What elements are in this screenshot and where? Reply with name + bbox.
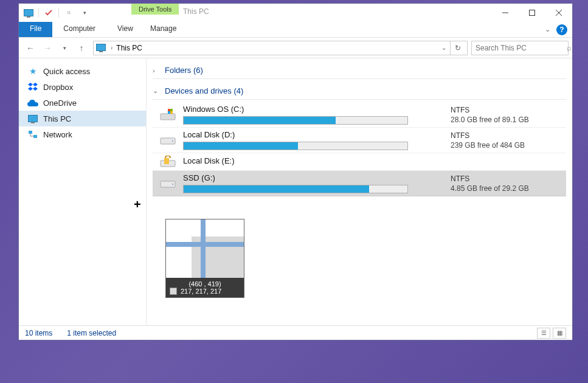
- chevron-down-icon: ⌄: [153, 87, 161, 95]
- status-items-count: 10 items: [25, 329, 52, 337]
- sidebar-item-label: OneDrive: [43, 98, 77, 108]
- svg-point-16: [172, 184, 173, 185]
- drive-freespace: 4.85 GB free of 29.2 GB: [451, 184, 566, 193]
- search-input[interactable]: [476, 44, 567, 52]
- svg-rect-10: [170, 111, 173, 114]
- qat-dropdown-icon[interactable]: ▾: [78, 7, 91, 18]
- address-dropdown-icon[interactable]: ⌄: [438, 44, 450, 51]
- manage-tab[interactable]: Manage: [139, 22, 187, 35]
- color-swatch: [170, 288, 177, 295]
- color-picker-tooltip: (460 , 419) 217, 217, 217: [165, 219, 244, 298]
- sidebar-item-label: Dropbox: [43, 83, 73, 92]
- chevron-down-icon[interactable]: ⌄: [545, 26, 550, 33]
- sidebar-item-label: Network: [43, 130, 72, 139]
- address-text: This PC: [116, 44, 438, 52]
- sidebar-item-quickaccess[interactable]: ★ Quick access: [19, 63, 146, 79]
- thispc-icon: [96, 44, 107, 52]
- sidebar-item-dropbox[interactable]: Dropbox: [19, 79, 146, 95]
- sidebar-item-label: This PC: [43, 114, 71, 123]
- minimize-button[interactable]: [492, 4, 519, 22]
- svg-rect-9: [168, 111, 170, 114]
- explorer-window: ▫ ▾ Drive Tools This PC File Computer Vi…: [18, 3, 573, 340]
- sidebar-item-onedrive[interactable]: OneDrive: [19, 95, 146, 111]
- quick-access-toolbar: ▫ ▾: [19, 4, 94, 22]
- zoom-preview: [166, 219, 244, 278]
- body: ★ Quick access Dropbox OneDrive This PC: [19, 58, 572, 325]
- sidebar-item-thispc[interactable]: This PC: [19, 111, 146, 126]
- windows-drive-icon: [153, 109, 183, 121]
- recent-dropdown[interactable]: ▾: [57, 40, 72, 56]
- separator: [38, 8, 39, 18]
- star-icon: ★: [27, 66, 38, 76]
- address-bar[interactable]: › This PC ⌄ ↻: [93, 41, 468, 55]
- drive-name: Windows OS (C:): [183, 105, 444, 114]
- drive-name: Local Disk (D:): [183, 130, 444, 139]
- ribbon: File Computer View Manage ⌄ ?: [19, 22, 572, 38]
- drives-section-header[interactable]: ⌄ Devices and drives (4): [153, 83, 566, 100]
- forward-button[interactable]: →: [40, 40, 55, 56]
- details-view-button[interactable]: ☰: [537, 328, 550, 339]
- locked-drive-icon: [153, 156, 183, 168]
- sidebar-item-label: Quick access: [43, 67, 90, 76]
- svg-point-12: [172, 140, 173, 142]
- onedrive-icon: [27, 98, 38, 108]
- refresh-button[interactable]: ↻: [450, 41, 465, 55]
- dropbox-icon: [27, 82, 38, 92]
- drive-freespace: 28.0 GB free of 89.1 GB: [451, 116, 566, 124]
- folders-section-header[interactable]: › Folders (6): [153, 62, 566, 79]
- thispc-icon: [27, 114, 38, 123]
- window-title: This PC: [183, 7, 209, 16]
- back-button[interactable]: ←: [22, 40, 38, 56]
- drive-name: SSD (G:): [183, 173, 444, 182]
- properties-icon[interactable]: [43, 7, 55, 18]
- drive-freespace: 239 GB free of 484 GB: [451, 141, 566, 150]
- drive-row[interactable]: Local Disk (E:): [153, 153, 566, 171]
- drive-name: Local Disk (E:): [183, 156, 444, 165]
- capacity-bar: [183, 116, 408, 125]
- app-icon[interactable]: [22, 7, 35, 18]
- picker-coordinates: (460 , 419): [170, 280, 240, 288]
- window-controls: [492, 4, 572, 22]
- drive-filesystem: NTFS: [451, 174, 566, 183]
- svg-rect-1: [530, 10, 535, 16]
- network-icon: [27, 129, 38, 139]
- section-label: Folders (6): [165, 66, 203, 75]
- maximize-button[interactable]: [519, 4, 545, 22]
- titlebar: ▫ ▾ Drive Tools This PC: [19, 4, 572, 22]
- status-selected-count: 1 item selected: [67, 329, 116, 337]
- file-tab[interactable]: File: [19, 22, 52, 37]
- picker-rgb: 217, 217, 217: [181, 288, 221, 295]
- chevron-right-icon: ›: [153, 67, 161, 74]
- help-icon[interactable]: ?: [556, 24, 567, 35]
- chevron-right-icon: ›: [111, 44, 112, 51]
- svg-rect-6: [161, 114, 175, 120]
- capacity-bar: [183, 142, 408, 150]
- drive-row[interactable]: SSD (G:) NTFS 4.85 GB free of 29.2 GB: [153, 171, 566, 196]
- sidebar-item-network[interactable]: Network: [19, 126, 146, 142]
- drive-filesystem: NTFS: [451, 131, 566, 140]
- computer-tab[interactable]: Computer: [52, 22, 106, 37]
- drive-row[interactable]: Local Disk (D:) NTFS 239 GB free of 484 …: [153, 128, 566, 153]
- drive-filesystem: NTFS: [451, 106, 566, 114]
- navigation-pane: ★ Quick access Dropbox OneDrive This PC: [19, 58, 147, 325]
- svg-rect-4: [29, 131, 32, 134]
- navigation-bar: ← → ▾ ↑ › This PC ⌄ ↻ ⌕: [19, 38, 572, 58]
- up-button[interactable]: ↑: [74, 40, 89, 56]
- close-button[interactable]: [545, 4, 572, 22]
- drive-tools-tab[interactable]: Drive Tools: [131, 4, 179, 15]
- new-folder-icon[interactable]: ▫: [63, 7, 75, 18]
- tiles-view-button[interactable]: ▦: [553, 328, 566, 339]
- status-bar: 10 items 1 item selected ☰ ▦: [19, 325, 572, 340]
- drive-row[interactable]: Windows OS (C:) NTFS 28.0 GB free of 89.…: [153, 102, 566, 128]
- svg-rect-5: [33, 135, 37, 138]
- search-icon: ⌕: [567, 43, 572, 52]
- view-tab[interactable]: View: [106, 22, 144, 37]
- hdd-icon: [153, 178, 183, 190]
- hdd-icon: [153, 134, 183, 147]
- section-label: Devices and drives (4): [165, 86, 243, 95]
- svg-rect-14: [164, 158, 169, 164]
- capacity-bar: [183, 185, 408, 193]
- separator: [58, 8, 59, 18]
- search-box[interactable]: ⌕: [471, 41, 569, 55]
